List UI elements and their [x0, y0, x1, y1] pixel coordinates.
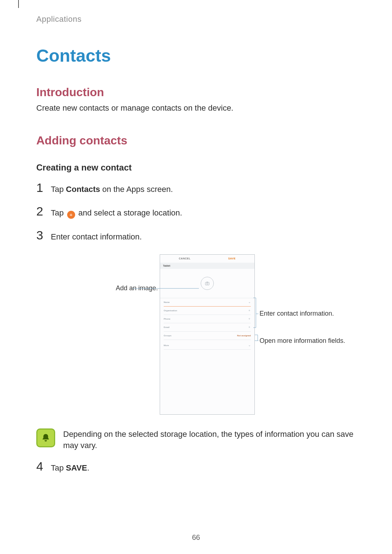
callout-enter-info: Enter contact information. — [260, 310, 354, 317]
contact-editor-diagram: CANCEL SAVE Tablet Name⌄ Organisation＋ P… — [67, 251, 325, 418]
camera-icon — [205, 281, 210, 286]
step-4-suffix: . — [87, 463, 89, 472]
field-groups: GroupsNot assigned — [164, 332, 251, 340]
step-4-bold: SAVE — [66, 463, 87, 472]
step-2: 2 Tap + and select a storage location. — [36, 203, 356, 220]
storage-location-mock: Tablet — [160, 263, 254, 269]
avatar-placeholder-mock — [201, 277, 214, 290]
svg-point-1 — [207, 283, 208, 284]
header-section-label: Applications — [36, 15, 356, 24]
step-4-prefix: Tap — [51, 463, 66, 472]
step-4: 4 Tap SAVE. — [36, 458, 356, 475]
step-number: 4 — [36, 458, 44, 475]
field-name: Name⌄ — [164, 298, 251, 307]
step-1: 1 Tap Contacts on the Apps screen. — [36, 179, 356, 197]
step-1-bold: Contacts — [66, 185, 100, 194]
step-1-suffix: on the Apps screen. — [100, 185, 173, 194]
page-number: 66 — [0, 533, 392, 542]
step-3: 3 Enter contact information. — [36, 227, 356, 244]
intro-text: Create new contacts or manage contacts o… — [36, 103, 356, 114]
field-more: More⌄ — [164, 340, 251, 350]
plus-mini-icon: ＋ — [248, 317, 251, 321]
field-email: Email＋ — [164, 323, 251, 332]
cancel-button-mock: CANCEL — [179, 257, 191, 260]
step-number: 1 — [36, 179, 44, 197]
step-number: 3 — [36, 227, 44, 244]
chevron-down-icon: ⌄ — [248, 300, 251, 304]
note-icon — [36, 428, 55, 447]
plus-mini-icon: ＋ — [248, 308, 251, 312]
plus-mini-icon: ＋ — [248, 325, 251, 329]
step-2-suffix: and select a storage location. — [76, 208, 182, 217]
step-2-prefix: Tap — [51, 208, 66, 217]
chevron-down-icon: ⌄ — [248, 344, 251, 347]
step-3-text: Enter contact information. — [51, 231, 142, 243]
intro-heading: Introduction — [36, 86, 356, 99]
plus-icon: + — [67, 211, 75, 219]
callout-open-more: Open more information fields. — [260, 337, 354, 345]
phone-mockup: CANCEL SAVE Tablet Name⌄ Organisation＋ P… — [160, 254, 255, 415]
step-1-prefix: Tap — [51, 185, 66, 194]
margin-rule — [18, 0, 19, 8]
callout-add-image: Add an image. — [67, 284, 158, 292]
step-number: 2 — [36, 203, 44, 220]
adding-heading: Adding contacts — [36, 134, 356, 147]
save-button-mock: SAVE — [228, 257, 236, 260]
creating-subheading: Creating a new contact — [36, 163, 356, 173]
page-title: Contacts — [36, 46, 356, 66]
note-text: Depending on the selected storage locati… — [63, 428, 356, 452]
field-organisation: Organisation＋ — [164, 307, 251, 315]
field-phone: Phone＋ — [164, 315, 251, 323]
